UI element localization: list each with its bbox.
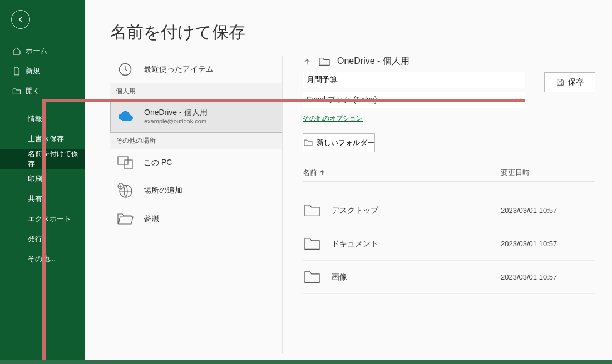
annotation-highlight <box>42 99 525 102</box>
path-row: OneDrive - 個人用 <box>303 56 595 67</box>
loc-recent[interactable]: 最近使ったアイテム <box>110 56 282 83</box>
app-window: 月間個人予算1 - Excel MS WINDOWS MW ? ホーム <box>0 0 612 364</box>
footer-bar <box>0 360 612 364</box>
loc-label: 場所の追加 <box>144 186 182 196</box>
loc-onedrive-sub: example@outlook.com <box>144 118 208 124</box>
loc-section-other: その他の場所 <box>110 133 282 149</box>
clock-icon <box>116 60 135 79</box>
list-item[interactable]: ドキュメント 2023/03/01 10:57 <box>303 227 595 261</box>
folder-open-icon <box>116 209 135 228</box>
more-options-link[interactable]: その他のオプション <box>303 114 363 123</box>
item-date: 2023/03/01 10:57 <box>501 206 595 215</box>
loc-onedrive-title: OneDrive - 個人用 <box>144 108 208 118</box>
open-icon <box>12 87 21 96</box>
col-name[interactable]: 名前 <box>303 168 501 178</box>
new-folder-button[interactable]: 新しいフォルダー <box>303 133 375 152</box>
item-date: 2023/03/01 10:57 <box>501 273 595 281</box>
item-date: 2023/03/01 10:57 <box>501 240 595 248</box>
item-name: デスクトップ <box>332 206 501 216</box>
rail-label: ホーム <box>26 46 47 56</box>
item-name: 画像 <box>332 272 501 282</box>
folder-icon <box>303 236 323 252</box>
loc-onedrive[interactable]: OneDrive - 個人用 example@outlook.com <box>110 99 282 133</box>
new-icon <box>12 67 21 76</box>
cloud-icon <box>116 107 135 126</box>
back-button[interactable] <box>11 10 30 29</box>
list-item[interactable]: 画像 2023/03/01 10:57 <box>303 261 595 294</box>
save-icon <box>556 78 565 87</box>
rail-label: 開く <box>26 86 40 96</box>
path-label[interactable]: OneDrive - 個人用 <box>337 56 409 67</box>
svg-rect-6 <box>118 157 128 164</box>
annotation-highlight <box>42 99 46 360</box>
rail-home[interactable]: ホーム <box>0 41 85 61</box>
filename-input[interactable] <box>303 72 525 88</box>
globe-plus-icon <box>116 181 135 200</box>
up-arrow-icon[interactable] <box>303 57 312 66</box>
loc-this-pc[interactable]: この PC <box>110 149 282 177</box>
folder-icon <box>318 57 330 67</box>
loc-section-personal: 個人用 <box>110 83 282 99</box>
pc-icon <box>116 153 135 172</box>
home-icon <box>12 47 21 56</box>
col-date[interactable]: 変更日時 <box>501 168 595 178</box>
main-pane: 名前を付けて保存 最近使ったアイテム 個人用 OneDrive - 個人用 ex… <box>85 0 612 364</box>
loc-label: 最近使ったアイテム <box>144 64 214 74</box>
folder-icon <box>303 270 323 285</box>
list-header: 名前 変更日時 <box>303 168 595 182</box>
list-item[interactable]: デスクトップ 2023/03/01 10:57 <box>303 194 595 227</box>
rail-open[interactable]: 開く <box>0 81 85 101</box>
rail-new[interactable]: 新規 <box>0 61 85 81</box>
loc-add-place[interactable]: 場所の追加 <box>110 177 282 205</box>
sort-asc-icon <box>319 170 325 176</box>
save-button[interactable]: 保存 <box>544 72 595 92</box>
loc-browse[interactable]: 参照 <box>110 205 282 232</box>
page-title: 名前を付けて保存 <box>85 0 612 44</box>
folder-icon <box>303 139 313 147</box>
rail-label: 新規 <box>26 66 40 76</box>
folder-icon <box>303 203 323 218</box>
loc-label: 参照 <box>144 213 159 223</box>
loc-label: この PC <box>144 158 172 168</box>
item-name: ドキュメント <box>332 239 501 249</box>
